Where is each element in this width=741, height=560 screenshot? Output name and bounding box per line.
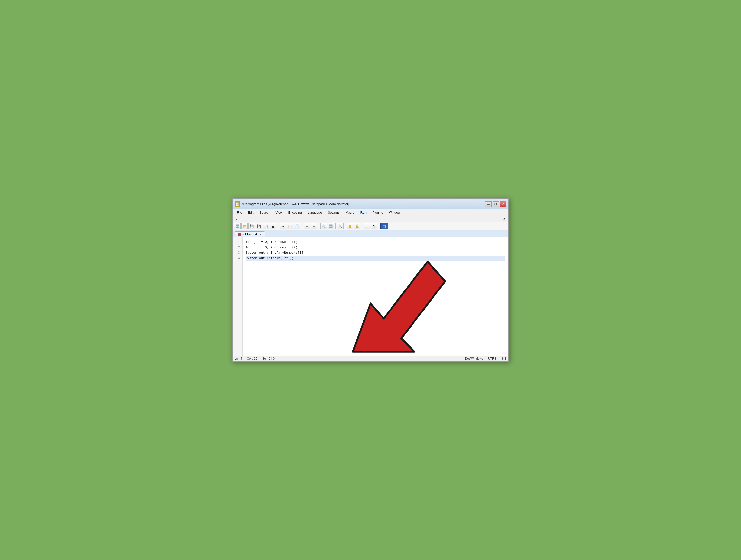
toolbar-save[interactable]: 💾 [249,223,255,229]
toolbar: 🆕 📂 💾 💾 📋 🖨 ✂ 📋 📄 ↩ ↪ 🔍 🔤 🔍 🔒 🔓 ≡ ¶ ▤ [233,222,508,230]
tab-icon [238,233,241,236]
status-bar: Ln : 4 Col : 26 Sel : 0 | 0 Dos\Windows … [233,356,508,361]
toolbar-find[interactable]: 🔍 [320,223,327,229]
line-num-2: 2 [235,245,240,250]
tab-wikihow[interactable]: wikiHow.txt ✕ [234,231,265,237]
toolbar-sep-2 [302,223,302,229]
window-controls: — ❐ ✕ [485,201,507,207]
code-line-1: for ( i = 0; i < rows; i++) [246,239,506,245]
toolbar-sep-6 [362,223,362,229]
tab-label: wikiHow.txt [242,233,257,236]
menu-encoding[interactable]: Encoding [286,210,305,215]
menu-macro[interactable]: Macro [343,210,357,215]
toolbar-unlock[interactable]: 🔓 [354,223,360,229]
code-line-3: System.out.print(aryNumbers[i] [246,250,506,256]
menu-view[interactable]: View [273,210,285,215]
toolbar-cut[interactable]: ✂ [280,223,286,229]
toolbar-sep-7 [379,223,379,229]
line-numbers: 1 2 3 4 [233,237,243,356]
toolbar-zoom-in[interactable]: 🔍 [337,223,344,229]
menu-plugins[interactable]: Plugins [370,210,386,215]
menu-run[interactable]: Run [358,210,369,215]
tab-bar: wikiHow.txt ✕ [233,230,508,237]
notepad-window: 📝 *C:\Program Files (x86)\Notepad++\wiki… [232,198,509,362]
toolbar-panel[interactable]: ▤ [380,223,388,229]
status-encoding: UTF-8 [488,357,496,360]
editor-wrapper: 1 2 3 4 for ( i = 0; i < rows; i++) for … [233,237,508,356]
close-panel-button[interactable]: X [502,216,507,221]
toolbar-close[interactable]: 📋 [263,223,269,229]
status-col: Col : 26 [247,357,257,360]
menu-language[interactable]: Language [305,210,325,215]
toolbar-save-all[interactable]: 💾 [256,223,262,229]
menu-bar: File Edit Search View Encoding Language … [233,209,508,216]
toolbar-sep-5 [345,223,345,229]
toolbar-sep-4 [335,223,336,229]
toolbar-print[interactable]: 🖨 [270,223,276,229]
toolbar-lock[interactable]: 🔒 [347,223,353,229]
toolbar-sep-3 [319,223,319,229]
status-ln: Ln : 4 [234,357,242,360]
menu-file[interactable]: File [234,210,245,215]
menu-search[interactable]: Search [257,210,272,215]
toolbar-paste[interactable]: 📄 [294,223,300,229]
menu-edit[interactable]: Edit [245,210,256,215]
menu-bar-row2: ? X [233,216,508,222]
status-line-ending: Dos\Windows [465,357,483,360]
title-bar: 📝 *C:\Program Files (x86)\Notepad++\wiki… [233,199,508,209]
code-line-4: System.out.println( "" ); [246,256,506,261]
toolbar-undo[interactable]: ↩ [304,223,310,229]
toolbar-redo[interactable]: ↪ [311,223,317,229]
close-button[interactable]: ✕ [500,201,507,207]
toolbar-paragraph[interactable]: ¶ [371,223,377,229]
help-button[interactable]: ? [234,217,239,221]
status-mode: INS [501,357,507,360]
line-num-4: 4 [235,256,240,261]
line-num-3: 3 [235,250,240,256]
minimize-button[interactable]: — [485,201,491,207]
restore-button[interactable]: ❐ [492,201,499,207]
toolbar-new[interactable]: 🆕 [234,223,241,229]
toolbar-replace[interactable]: 🔤 [328,223,334,229]
status-sel: Sel : 0 | 0 [262,357,274,360]
app-icon: 📝 [234,201,240,207]
code-area[interactable]: for ( i = 0; i < rows; i++) for ( i = 0;… [243,237,508,356]
status-right: Dos\Windows UTF-8 INS [465,357,507,360]
editor[interactable]: 1 2 3 4 for ( i = 0; i < rows; i++) for … [233,237,508,356]
window-title: *C:\Program Files (x86)\Notepad++\wikiHo… [242,202,484,206]
menu-window[interactable]: Window [386,210,403,215]
line-num-1: 1 [235,239,240,245]
code-line-2: for ( i = 0; i < rows; i++) [246,245,506,250]
menu-settings[interactable]: Settings [325,210,342,215]
tab-close-button[interactable]: ✕ [259,233,262,236]
toolbar-copy[interactable]: 📋 [287,223,293,229]
toolbar-open[interactable]: 📂 [241,223,248,229]
toolbar-indent[interactable]: ≡ [363,223,370,229]
